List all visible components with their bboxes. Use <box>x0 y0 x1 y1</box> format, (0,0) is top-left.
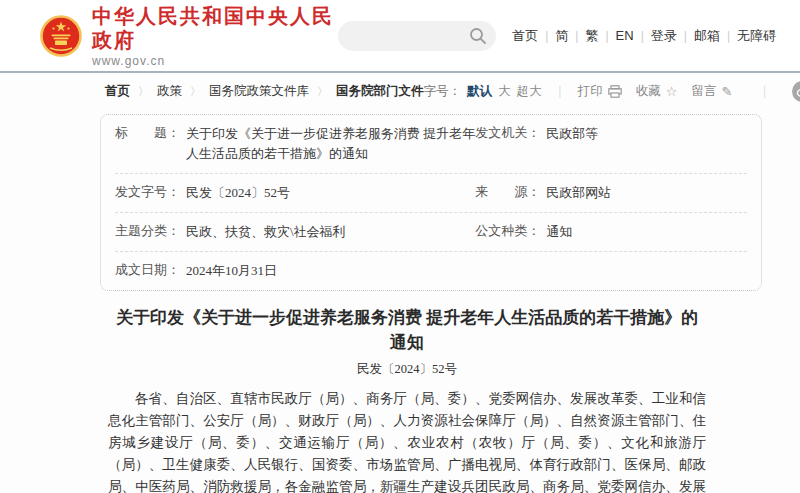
brand-text: 中华人民共和国中央人民政府 www.gov.cn <box>92 4 338 68</box>
nav-english-link[interactable]: EN <box>616 28 634 43</box>
breadcrumb: 首页 〉 政策 〉 国务院政策文件库 〉 国务院部门文件 <box>105 83 424 100</box>
chevron-right-icon: 〉 <box>190 84 201 99</box>
weibo-share-button[interactable] <box>792 81 800 102</box>
meta-title-value: 关于印发《关于进一步促进养老服务消费 提升老年人生活品质的若干措施》的通知 <box>186 124 475 164</box>
meta-cell-date: 成文日期： 2024年10月31日 <box>115 261 475 281</box>
star-outline-icon: ☆ <box>666 84 678 99</box>
font-size-label: 字号： <box>424 83 462 100</box>
meta-cell-type: 公文种类： 通知 <box>475 222 747 242</box>
site-brand[interactable]: 中华人民共和国中央人民政府 www.gov.cn <box>40 4 338 68</box>
meta-cell-title: 标 题： 关于印发《关于进一步促进养老服务消费 提升老年人生活品质的若干措施》的… <box>115 124 475 164</box>
meta-cell-category: 主题分类： 民政、扶贫、救灾\社会福利 <box>115 222 475 242</box>
search-icon[interactable] <box>469 27 487 45</box>
breadcrumb-policy[interactable]: 政策 <box>157 83 182 100</box>
nav-separator: | <box>605 29 608 43</box>
meta-number-label: 发文字号： <box>115 183 180 203</box>
site-header: 中华人民共和国中央人民政府 www.gov.cn 首页| 简| 繁| EN| 登… <box>0 0 800 73</box>
font-size-large[interactable]: 大 <box>498 83 511 100</box>
comment-label: 留言 <box>691 83 716 100</box>
document-article: 关于印发《关于进一步促进养老服务消费 提升老年人生活品质的若干措施》的通知 民发… <box>108 305 706 493</box>
meta-cell-agency: 发文机关： 民政部等 <box>475 124 747 164</box>
meta-agency-label: 发文机关： <box>475 124 540 164</box>
toolbar-row: 首页 〉 政策 〉 国务院政策文件库 〉 国务院部门文件 字号： 默认 大 超大… <box>0 73 800 109</box>
site-title: 中华人民共和国中央人民政府 <box>92 4 338 52</box>
page: 中华人民共和国中央人民政府 www.gov.cn 首页| 简| 繁| EN| 登… <box>0 0 800 493</box>
breadcrumb-policy-library[interactable]: 国务院政策文件库 <box>209 83 309 100</box>
meta-type-value: 通知 <box>546 222 572 242</box>
article-doc-number: 民发〔2024〕52号 <box>108 361 706 378</box>
font-size-xlarge[interactable]: 超大 <box>517 83 542 100</box>
document-meta-table: 标 题： 关于印发《关于进一步促进养老服务消费 提升老年人生活品质的若干措施》的… <box>100 114 762 291</box>
meta-date-value: 2024年10月31日 <box>186 261 277 281</box>
pencil-icon: ✎ <box>721 84 732 99</box>
print-button[interactable]: 打印 <box>578 83 622 100</box>
breadcrumb-home[interactable]: 首页 <box>105 83 130 100</box>
toolbar-tools: 字号： 默认 大 超大 ｜ 打印 收藏 ☆ 留言 ✎ ｜ <box>424 81 800 102</box>
font-size-default[interactable]: 默认 <box>467 83 492 100</box>
meta-agency-value: 民政部等 <box>546 124 598 164</box>
comment-button[interactable]: 留言 ✎ <box>691 83 732 100</box>
meta-title-label: 标 题： <box>115 124 180 164</box>
nav-separator: | <box>545 29 548 43</box>
search-input[interactable] <box>350 21 464 53</box>
printer-icon <box>608 85 622 98</box>
nav-home-link[interactable]: 首页 <box>512 27 538 45</box>
meta-type-label: 公文种类： <box>475 222 540 242</box>
meta-date-label: 成文日期： <box>115 261 180 281</box>
nav-login-link[interactable]: 登录 <box>651 27 677 45</box>
meta-row-date: 成文日期： 2024年10月31日 <box>115 252 747 290</box>
meta-row-number-source: 发文字号： 民发〔2024〕52号 来 源： 民政部网站 <box>115 174 747 213</box>
meta-row-title-agency: 标 题： 关于印发《关于进一步促进养老服务消费 提升老年人生活品质的若干措施》的… <box>115 115 747 174</box>
nav-accessibility-link[interactable]: 无障碍 <box>737 27 776 45</box>
meta-row-category-type: 主题分类： 民政、扶贫、救灾\社会福利 公文种类： 通知 <box>115 213 747 252</box>
meta-number-value: 民发〔2024〕52号 <box>186 183 290 203</box>
print-label: 打印 <box>578 83 603 100</box>
nav-traditional-link[interactable]: 繁 <box>585 27 598 45</box>
share-icons: ★ <box>783 81 800 102</box>
meta-category-value: 民政、扶贫、救灾\社会福利 <box>186 222 346 242</box>
divider: ｜ <box>554 83 566 100</box>
favorite-button[interactable]: 收藏 ☆ <box>636 83 678 100</box>
meta-source-label: 来 源： <box>475 183 540 203</box>
nav-separator: | <box>684 29 687 43</box>
article-paragraph-recipients: 各省、自治区、直辖市民政厅（局）、商务厅（局、委）、党委网信办、发展改革委、工业… <box>108 388 706 493</box>
divider: ｜ <box>758 83 770 100</box>
header-right: 首页| 简| 繁| EN| 登录| 邮箱| 无障碍 <box>338 21 776 51</box>
top-nav: 首页| 简| 繁| EN| 登录| 邮箱| 无障碍 <box>512 27 776 45</box>
breadcrumb-department-docs[interactable]: 国务院部门文件 <box>336 83 424 100</box>
chevron-right-icon: 〉 <box>138 84 149 99</box>
nav-mail-link[interactable]: 邮箱 <box>694 27 720 45</box>
nav-simplified-link[interactable]: 简 <box>555 27 568 45</box>
search-box <box>338 21 496 51</box>
chevron-right-icon: 〉 <box>317 84 328 99</box>
meta-cell-number: 发文字号： 民发〔2024〕52号 <box>115 183 475 203</box>
nav-separator: | <box>641 29 644 43</box>
national-emblem-icon <box>40 15 82 57</box>
article-body: 各省、自治区、直辖市民政厅（局）、商务厅（局、委）、党委网信办、发展改革委、工业… <box>108 388 706 493</box>
weibo-icon <box>796 85 800 98</box>
nav-separator: | <box>575 29 578 43</box>
meta-cell-source: 来 源： 民政部网站 <box>475 183 747 203</box>
nav-separator: | <box>727 29 730 43</box>
site-url: www.gov.cn <box>92 54 338 68</box>
content-area: 标 题： 关于印发《关于进一步促进养老服务消费 提升老年人生活品质的若干措施》的… <box>100 114 762 493</box>
meta-category-label: 主题分类： <box>115 222 180 242</box>
favorite-label: 收藏 <box>636 83 661 100</box>
meta-source-value: 民政部网站 <box>546 183 611 203</box>
article-title: 关于印发《关于进一步促进养老服务消费 提升老年人生活品质的若干措施》的通知 <box>108 305 706 355</box>
